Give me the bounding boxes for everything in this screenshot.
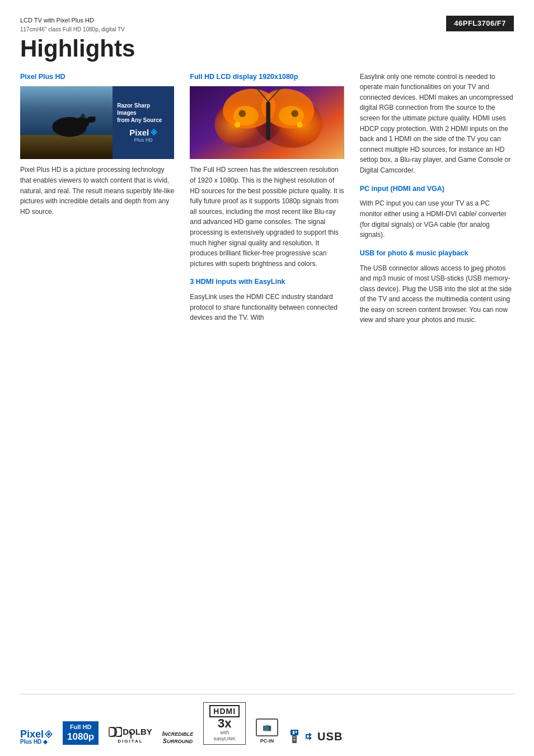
full-hd-badge: Full HD1080p bbox=[63, 721, 99, 745]
page-title: Highlights bbox=[20, 36, 514, 62]
svg-rect-1 bbox=[20, 135, 113, 159]
pixel-horse-image bbox=[20, 86, 113, 159]
col-full-hd: Full HD LCD display 1920x1080p bbox=[190, 72, 344, 333]
svg-rect-26 bbox=[109, 727, 115, 736]
pixel-plus-hd-sub: Plus HD bbox=[134, 137, 153, 144]
model-badge: 46PFL3706/F7 bbox=[446, 16, 514, 31]
pixel-plus-body: Pixel Plus HD is a picture processing te… bbox=[20, 165, 174, 217]
tv-icon: 📺 bbox=[256, 718, 278, 736]
badge-hdmi: HDMI 3x witheasyLINK bbox=[203, 702, 246, 745]
col-pixel-plus: Pixel Plus HD bbox=[20, 72, 174, 333]
badge-pc-in: 📺 PC-IN bbox=[256, 718, 278, 745]
svg-rect-29 bbox=[293, 731, 294, 734]
svg-point-24 bbox=[235, 122, 240, 128]
hdmi-logo-text: HDMI bbox=[209, 705, 240, 718]
header-left: LCD TV with Pixel Plus HD 117cm/46" clas… bbox=[20, 16, 125, 34]
pixel-plus-brand-panel: Razor Sharp Images from Any Source Pixel… bbox=[113, 86, 174, 159]
pc-input-body: With PC input you can use your TV as a P… bbox=[360, 198, 514, 240]
svg-point-25 bbox=[297, 122, 303, 128]
usb-icon-group: USB bbox=[288, 728, 343, 745]
svg-rect-5 bbox=[64, 120, 69, 132]
svg-point-22 bbox=[239, 110, 246, 118]
pc-in-label: PC-IN bbox=[260, 738, 274, 745]
badge-dolby: DOLBY DIGITAL bbox=[109, 726, 152, 745]
section-title-pixel-plus: Pixel Plus HD bbox=[20, 72, 174, 82]
product-subtitle: 117cm/46" class Full HD 1080p, digital T… bbox=[20, 25, 125, 34]
pixel-plus-image: Razor Sharp Images from Any Source Pixel… bbox=[20, 86, 174, 159]
content-grid: Pixel Plus HD bbox=[20, 72, 514, 333]
usb-plug-icon bbox=[288, 729, 301, 744]
dolby-double-d-icon bbox=[109, 726, 122, 738]
full-hd-body: The Full HD screen has the widescreen re… bbox=[190, 165, 344, 269]
svg-rect-9 bbox=[93, 116, 95, 122]
badge-incredible-surround: INCREDIBLESURROUND bbox=[162, 730, 194, 745]
footer-badges: Pixel Plus HD ◆ Full HD1080p bbox=[20, 694, 514, 745]
pixel-badge-text: Pixel bbox=[20, 729, 44, 739]
section-title-usb: USB for photo & music playback bbox=[360, 248, 514, 259]
svg-point-23 bbox=[292, 110, 299, 118]
badge-pixel-plus-hd: Pixel Plus HD ◆ bbox=[20, 729, 53, 745]
svg-rect-32 bbox=[293, 736, 296, 738]
section-title-full-hd: Full HD LCD display 1920x1080p bbox=[190, 72, 344, 82]
dolby-sub-label: DIGITAL bbox=[118, 738, 143, 745]
col-right: Easylink only one remote control is need… bbox=[360, 72, 514, 333]
pixel-diamond-icon bbox=[151, 129, 157, 136]
badge-usb: USB bbox=[288, 728, 343, 745]
incredible-surround-label: INCREDIBLESURROUND bbox=[162, 730, 194, 745]
hdmi-body-cont: Easylink only one remote control is need… bbox=[360, 72, 514, 176]
svg-rect-17 bbox=[266, 102, 271, 141]
section-title-pc: PC input (HDMI and VGA) bbox=[360, 184, 514, 194]
pixel-image-text: Razor Sharp Images from Any Source bbox=[117, 102, 170, 124]
tv-icon-symbol: 📺 bbox=[263, 722, 271, 733]
svg-point-33 bbox=[293, 739, 296, 741]
full-hd-image bbox=[190, 86, 344, 159]
pixel-diamond-badge-icon bbox=[45, 730, 53, 738]
usb-arrows-icon bbox=[304, 731, 314, 741]
product-title: LCD TV with Pixel Plus HD bbox=[20, 16, 125, 25]
page: LCD TV with Pixel Plus HD 117cm/46" clas… bbox=[0, 0, 534, 756]
section-title-hdmi: 3 HDMI inputs with EasyLink bbox=[190, 277, 344, 287]
pixel-plus-hd-footer-label: Plus HD ◆ bbox=[20, 739, 48, 745]
pixel-logo: Pixel bbox=[129, 128, 149, 137]
dolby-bar bbox=[130, 732, 132, 739]
hdmi-count-text: 3x bbox=[218, 717, 231, 730]
svg-rect-30 bbox=[296, 731, 297, 733]
usb-body: The USB connector allows access to jpeg … bbox=[360, 263, 514, 326]
hdmi-body-start: EasyLink uses the HDMI CEC industry stan… bbox=[190, 292, 344, 323]
usb-device-icon bbox=[288, 729, 301, 744]
header: LCD TV with Pixel Plus HD 117cm/46" clas… bbox=[20, 16, 514, 34]
usb-text-label: USB bbox=[317, 728, 343, 745]
hdmi-easylink-text: witheasyLINK bbox=[214, 730, 236, 742]
badge-full-hd: Full HD1080p bbox=[63, 721, 99, 745]
